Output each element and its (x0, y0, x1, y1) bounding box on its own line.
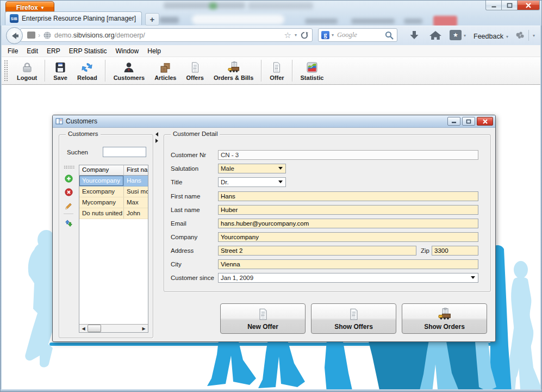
logout-button[interactable]: Logout (12, 57, 42, 84)
reload-button[interactable]: Reload (72, 57, 102, 84)
salutation-label: Salutation (171, 164, 198, 172)
collapse-right-icon[interactable] (155, 139, 158, 143)
page-content: Customers Customers Suchen (1, 85, 542, 392)
show-orders-button[interactable]: Show Orders (402, 303, 487, 334)
search-input[interactable] (336, 30, 382, 40)
menu-edit[interactable]: Edit (22, 47, 42, 55)
close-button[interactable] (518, 1, 540, 10)
close-icon (525, 3, 532, 8)
offers-button[interactable]: Offers (181, 57, 208, 84)
bookmark-star-icon[interactable]: ☆ (284, 31, 291, 39)
home-icon[interactable] (429, 29, 442, 41)
ghost-blur (192, 15, 284, 24)
customers-window-titlebar[interactable]: Customers (53, 115, 495, 128)
customer-search-input[interactable] (103, 147, 146, 157)
email-field[interactable] (218, 219, 478, 228)
menu-erp-statistic[interactable]: ERP Statistic (65, 47, 111, 55)
table-row[interactable]: Do nuts united John (79, 208, 148, 219)
close-icon (482, 119, 488, 124)
reload-icon[interactable] (300, 31, 309, 40)
orders-bills-button[interactable]: Orders & Bills (209, 57, 258, 84)
toolbar-separator (528, 30, 529, 41)
back-arrow-icon (10, 31, 20, 41)
download-icon[interactable] (408, 29, 420, 41)
ghost-blur (305, 18, 338, 24)
horizontal-scrollbar[interactable]: ◀ ▶ (79, 324, 148, 332)
customers-table: Company First na Yourcompany Hans Excomp… (79, 165, 148, 333)
toolbar-separator (105, 60, 106, 82)
site-identity-icon[interactable] (27, 32, 35, 39)
lock-icon (21, 61, 34, 74)
zip-field[interactable] (432, 246, 478, 256)
feedback-menu[interactable]: Feedback ▾ (474, 33, 508, 40)
export-import-button[interactable] (63, 217, 74, 228)
menu-file[interactable]: File (3, 47, 22, 55)
add-row-button[interactable] (63, 173, 74, 184)
browser-tab[interactable]: SIB Enterprise Resource Planing [manager… (5, 11, 142, 25)
edit-row-button[interactable] (63, 200, 74, 211)
search-box[interactable]: g ▾ (318, 28, 397, 42)
inner-close-button[interactable] (477, 117, 493, 126)
document-icon (189, 61, 202, 74)
split-pane-divider[interactable] (155, 128, 159, 341)
chevron-down-icon: ▾ (41, 5, 44, 10)
toolbar-separator (292, 60, 293, 82)
company-field[interactable] (218, 232, 478, 242)
addon-splat-icon[interactable] (514, 29, 526, 41)
inner-restore-button[interactable] (462, 117, 475, 126)
customers-button[interactable]: Customers (109, 57, 149, 84)
customers-window: Customers Customers Suchen (52, 115, 496, 342)
table-row[interactable]: Mycompany Max (79, 197, 148, 208)
table-row[interactable]: Excompany Susi mo (79, 186, 148, 197)
search-engine-dropdown-icon[interactable]: ▾ (332, 33, 334, 38)
customers-group: Customers Suchen (59, 134, 153, 338)
zip-label: Zip (421, 246, 429, 254)
table-row[interactable]: Yourcompany Hans (79, 176, 148, 186)
back-button[interactable] (6, 27, 23, 44)
delete-row-button[interactable] (63, 186, 74, 197)
city-field[interactable] (218, 259, 478, 269)
minimize-button[interactable] (485, 1, 502, 10)
toolbar-grip[interactable] (4, 60, 8, 82)
salutation-combobox[interactable]: Male (218, 164, 286, 173)
bookmarks-dropdown-icon[interactable]: ▾ (464, 33, 466, 38)
url-dropdown-icon[interactable]: ▾ (295, 33, 297, 38)
new-tab-button[interactable]: + (145, 13, 159, 26)
customer-detail-group-title: Customer Detail (171, 130, 220, 137)
customer-nr-field[interactable] (218, 150, 478, 160)
feedback-dropdown-icon: ▾ (506, 34, 508, 39)
last-name-field[interactable] (218, 205, 478, 215)
column-header-first-name[interactable]: First na (124, 165, 148, 175)
menu-help[interactable]: Help (143, 47, 165, 55)
overflow-dropdown-icon[interactable]: ▾ (533, 33, 535, 38)
browser-window: Firefox▾ SIB Enterprise Resource Planing… (0, 0, 542, 392)
statistic-button[interactable]: Statistic (296, 57, 329, 84)
articles-button[interactable]: Articles (149, 57, 181, 84)
save-button[interactable]: Save (48, 57, 72, 84)
address-field[interactable] (218, 246, 416, 256)
show-offers-button[interactable]: Show Offers (311, 303, 396, 334)
google-icon: g (321, 31, 329, 39)
collapse-left-icon[interactable] (155, 132, 158, 136)
maximize-button[interactable] (502, 1, 518, 10)
search-magnifier-icon[interactable] (384, 30, 394, 40)
ghost-blur (351, 18, 395, 24)
menu-erp[interactable]: ERP (42, 47, 65, 55)
toolbar-grip[interactable] (64, 165, 74, 169)
first-name-field[interactable] (218, 191, 478, 201)
new-offer-button[interactable]: New Offer (220, 303, 306, 334)
scroll-right-arrow[interactable]: ▶ (140, 325, 148, 332)
offer-button[interactable]: Offer (265, 57, 289, 84)
menu-window[interactable]: Window (111, 47, 144, 55)
column-header-company[interactable]: Company (79, 165, 124, 175)
title-combobox[interactable]: Dr. (218, 177, 286, 187)
inner-minimize-button[interactable] (447, 117, 460, 126)
scroll-left-arrow[interactable]: ◀ (79, 325, 88, 332)
scrollbar-thumb[interactable] (88, 325, 101, 332)
bookmarks-button[interactable]: ★ (450, 30, 462, 40)
url-bar[interactable]: › demo.sibvisions.org/demoerp/ ☆ ▾ (20, 28, 313, 42)
person-icon (122, 61, 135, 74)
document-icon (256, 307, 270, 321)
customer-since-datebox[interactable]: Jan 1, 2009 (218, 273, 478, 283)
url-text: demo.sibvisions.org/demoerp/ (54, 32, 282, 39)
